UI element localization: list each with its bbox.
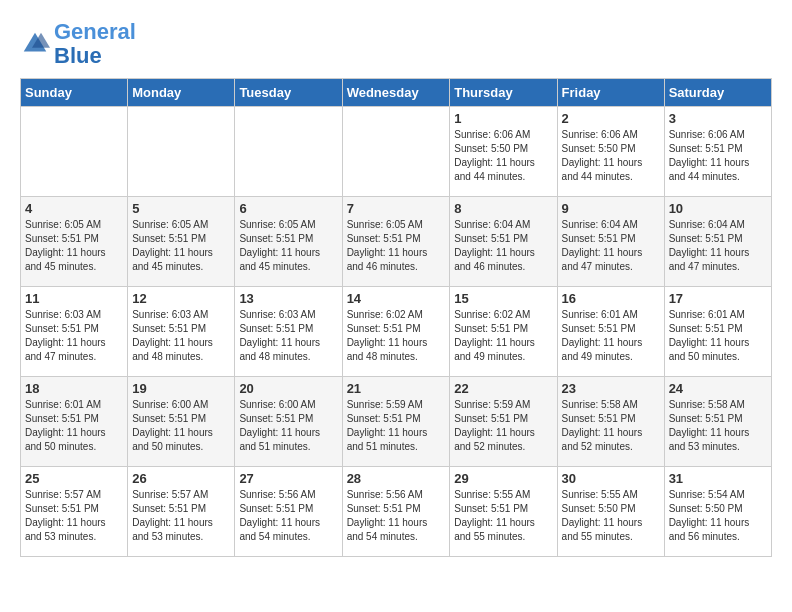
- calendar-cell: 20Sunrise: 6:00 AMSunset: 5:51 PMDayligh…: [235, 377, 342, 467]
- day-info: Sunrise: 5:57 AMSunset: 5:51 PMDaylight:…: [25, 488, 123, 544]
- day-info: Sunrise: 5:56 AMSunset: 5:51 PMDaylight:…: [347, 488, 446, 544]
- calendar-cell: 3Sunrise: 6:06 AMSunset: 5:51 PMDaylight…: [664, 107, 771, 197]
- calendar-cell: 14Sunrise: 6:02 AMSunset: 5:51 PMDayligh…: [342, 287, 450, 377]
- calendar-cell: 13Sunrise: 6:03 AMSunset: 5:51 PMDayligh…: [235, 287, 342, 377]
- calendar-cell: [21, 107, 128, 197]
- day-info: Sunrise: 6:05 AMSunset: 5:51 PMDaylight:…: [347, 218, 446, 274]
- calendar-cell: 10Sunrise: 6:04 AMSunset: 5:51 PMDayligh…: [664, 197, 771, 287]
- day-number: 18: [25, 381, 123, 396]
- day-number: 13: [239, 291, 337, 306]
- day-info: Sunrise: 5:55 AMSunset: 5:50 PMDaylight:…: [562, 488, 660, 544]
- calendar-cell: [235, 107, 342, 197]
- day-info: Sunrise: 5:57 AMSunset: 5:51 PMDaylight:…: [132, 488, 230, 544]
- day-number: 19: [132, 381, 230, 396]
- day-number: 22: [454, 381, 552, 396]
- day-number: 10: [669, 201, 767, 216]
- page-header: GeneralBlue: [20, 20, 772, 68]
- day-number: 6: [239, 201, 337, 216]
- day-info: Sunrise: 6:06 AMSunset: 5:50 PMDaylight:…: [454, 128, 552, 184]
- weekday-header-friday: Friday: [557, 79, 664, 107]
- day-number: 27: [239, 471, 337, 486]
- calendar-cell: 27Sunrise: 5:56 AMSunset: 5:51 PMDayligh…: [235, 467, 342, 557]
- calendar-cell: 17Sunrise: 6:01 AMSunset: 5:51 PMDayligh…: [664, 287, 771, 377]
- weekday-header-monday: Monday: [128, 79, 235, 107]
- day-number: 30: [562, 471, 660, 486]
- day-info: Sunrise: 6:05 AMSunset: 5:51 PMDaylight:…: [239, 218, 337, 274]
- day-number: 7: [347, 201, 446, 216]
- day-info: Sunrise: 6:06 AMSunset: 5:50 PMDaylight:…: [562, 128, 660, 184]
- calendar-cell: 26Sunrise: 5:57 AMSunset: 5:51 PMDayligh…: [128, 467, 235, 557]
- day-number: 28: [347, 471, 446, 486]
- day-info: Sunrise: 6:03 AMSunset: 5:51 PMDaylight:…: [25, 308, 123, 364]
- calendar-cell: [128, 107, 235, 197]
- logo: GeneralBlue: [20, 20, 136, 68]
- day-info: Sunrise: 5:58 AMSunset: 5:51 PMDaylight:…: [562, 398, 660, 454]
- calendar-cell: 28Sunrise: 5:56 AMSunset: 5:51 PMDayligh…: [342, 467, 450, 557]
- day-info: Sunrise: 6:05 AMSunset: 5:51 PMDaylight:…: [25, 218, 123, 274]
- week-row-5: 25Sunrise: 5:57 AMSunset: 5:51 PMDayligh…: [21, 467, 772, 557]
- weekday-header-thursday: Thursday: [450, 79, 557, 107]
- calendar-cell: 2Sunrise: 6:06 AMSunset: 5:50 PMDaylight…: [557, 107, 664, 197]
- day-info: Sunrise: 6:02 AMSunset: 5:51 PMDaylight:…: [454, 308, 552, 364]
- weekday-header-sunday: Sunday: [21, 79, 128, 107]
- day-number: 23: [562, 381, 660, 396]
- logo-text: GeneralBlue: [54, 20, 136, 68]
- calendar-cell: 8Sunrise: 6:04 AMSunset: 5:51 PMDaylight…: [450, 197, 557, 287]
- day-info: Sunrise: 5:58 AMSunset: 5:51 PMDaylight:…: [669, 398, 767, 454]
- weekday-header-wednesday: Wednesday: [342, 79, 450, 107]
- calendar-cell: 7Sunrise: 6:05 AMSunset: 5:51 PMDaylight…: [342, 197, 450, 287]
- calendar-cell: 22Sunrise: 5:59 AMSunset: 5:51 PMDayligh…: [450, 377, 557, 467]
- day-number: 24: [669, 381, 767, 396]
- day-info: Sunrise: 5:54 AMSunset: 5:50 PMDaylight:…: [669, 488, 767, 544]
- weekday-header-tuesday: Tuesday: [235, 79, 342, 107]
- calendar-cell: 24Sunrise: 5:58 AMSunset: 5:51 PMDayligh…: [664, 377, 771, 467]
- calendar-cell: [342, 107, 450, 197]
- day-info: Sunrise: 6:04 AMSunset: 5:51 PMDaylight:…: [669, 218, 767, 274]
- day-number: 2: [562, 111, 660, 126]
- day-number: 14: [347, 291, 446, 306]
- calendar-cell: 6Sunrise: 6:05 AMSunset: 5:51 PMDaylight…: [235, 197, 342, 287]
- calendar-table: SundayMondayTuesdayWednesdayThursdayFrid…: [20, 78, 772, 557]
- calendar-cell: 23Sunrise: 5:58 AMSunset: 5:51 PMDayligh…: [557, 377, 664, 467]
- week-row-3: 11Sunrise: 6:03 AMSunset: 5:51 PMDayligh…: [21, 287, 772, 377]
- day-info: Sunrise: 5:59 AMSunset: 5:51 PMDaylight:…: [454, 398, 552, 454]
- day-info: Sunrise: 6:01 AMSunset: 5:51 PMDaylight:…: [562, 308, 660, 364]
- calendar-cell: 18Sunrise: 6:01 AMSunset: 5:51 PMDayligh…: [21, 377, 128, 467]
- calendar-cell: 12Sunrise: 6:03 AMSunset: 5:51 PMDayligh…: [128, 287, 235, 377]
- day-number: 9: [562, 201, 660, 216]
- calendar-cell: 19Sunrise: 6:00 AMSunset: 5:51 PMDayligh…: [128, 377, 235, 467]
- week-row-1: 1Sunrise: 6:06 AMSunset: 5:50 PMDaylight…: [21, 107, 772, 197]
- day-number: 25: [25, 471, 123, 486]
- day-info: Sunrise: 5:55 AMSunset: 5:51 PMDaylight:…: [454, 488, 552, 544]
- week-row-4: 18Sunrise: 6:01 AMSunset: 5:51 PMDayligh…: [21, 377, 772, 467]
- day-number: 12: [132, 291, 230, 306]
- day-info: Sunrise: 6:03 AMSunset: 5:51 PMDaylight:…: [132, 308, 230, 364]
- day-number: 5: [132, 201, 230, 216]
- logo-icon: [20, 29, 50, 59]
- day-info: Sunrise: 6:02 AMSunset: 5:51 PMDaylight:…: [347, 308, 446, 364]
- day-info: Sunrise: 6:06 AMSunset: 5:51 PMDaylight:…: [669, 128, 767, 184]
- day-number: 21: [347, 381, 446, 396]
- calendar-cell: 11Sunrise: 6:03 AMSunset: 5:51 PMDayligh…: [21, 287, 128, 377]
- day-info: Sunrise: 6:01 AMSunset: 5:51 PMDaylight:…: [25, 398, 123, 454]
- day-info: Sunrise: 6:05 AMSunset: 5:51 PMDaylight:…: [132, 218, 230, 274]
- calendar-cell: 30Sunrise: 5:55 AMSunset: 5:50 PMDayligh…: [557, 467, 664, 557]
- day-info: Sunrise: 5:59 AMSunset: 5:51 PMDaylight:…: [347, 398, 446, 454]
- day-number: 8: [454, 201, 552, 216]
- day-info: Sunrise: 6:00 AMSunset: 5:51 PMDaylight:…: [132, 398, 230, 454]
- weekday-header-row: SundayMondayTuesdayWednesdayThursdayFrid…: [21, 79, 772, 107]
- day-number: 20: [239, 381, 337, 396]
- day-info: Sunrise: 6:03 AMSunset: 5:51 PMDaylight:…: [239, 308, 337, 364]
- calendar-cell: 9Sunrise: 6:04 AMSunset: 5:51 PMDaylight…: [557, 197, 664, 287]
- calendar-cell: 1Sunrise: 6:06 AMSunset: 5:50 PMDaylight…: [450, 107, 557, 197]
- day-info: Sunrise: 6:00 AMSunset: 5:51 PMDaylight:…: [239, 398, 337, 454]
- calendar-cell: 25Sunrise: 5:57 AMSunset: 5:51 PMDayligh…: [21, 467, 128, 557]
- day-number: 17: [669, 291, 767, 306]
- calendar-cell: 31Sunrise: 5:54 AMSunset: 5:50 PMDayligh…: [664, 467, 771, 557]
- day-info: Sunrise: 5:56 AMSunset: 5:51 PMDaylight:…: [239, 488, 337, 544]
- calendar-cell: 29Sunrise: 5:55 AMSunset: 5:51 PMDayligh…: [450, 467, 557, 557]
- day-info: Sunrise: 6:04 AMSunset: 5:51 PMDaylight:…: [562, 218, 660, 274]
- day-number: 11: [25, 291, 123, 306]
- week-row-2: 4Sunrise: 6:05 AMSunset: 5:51 PMDaylight…: [21, 197, 772, 287]
- day-info: Sunrise: 6:01 AMSunset: 5:51 PMDaylight:…: [669, 308, 767, 364]
